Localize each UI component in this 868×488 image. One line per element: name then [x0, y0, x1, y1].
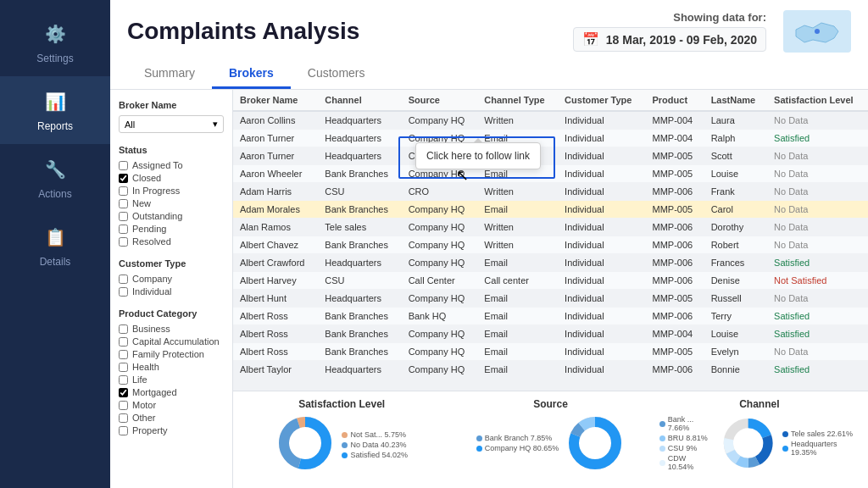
legend-dot-companyhq: [476, 446, 482, 452]
table-row[interactable]: Albert RossBank BranchesBank HQEmailIndi…: [233, 308, 868, 325]
table-cell: Aaron Collins: [233, 111, 318, 130]
table-cell: MMP-006: [646, 308, 704, 325]
table-row[interactable]: Adam MoralesBank BranchesCompany HQEmail…: [233, 201, 868, 219]
table-cell: Scott: [704, 147, 767, 165]
pc-life[interactable]: Life: [119, 374, 224, 385]
tabs: Summary Brokers Customers: [127, 59, 851, 89]
svg-point-11: [581, 430, 609, 457]
ct-company[interactable]: Company: [119, 274, 224, 284]
table-cell: Email: [477, 308, 558, 325]
table-cell: Written: [477, 111, 558, 130]
pc-property-checkbox[interactable]: [119, 426, 128, 435]
status-pending-checkbox[interactable]: [119, 225, 128, 234]
pc-family-checkbox[interactable]: [119, 350, 128, 359]
pc-other-checkbox[interactable]: [119, 413, 128, 423]
pc-mortgaged[interactable]: Mortgaged: [119, 387, 224, 397]
status-resolved-checkbox[interactable]: [119, 237, 128, 247]
table-row[interactable]: Aaron CollinsHeadquartersCompany HQWritt…: [233, 111, 868, 130]
table-cell: Bank Branches: [318, 201, 401, 219]
pc-life-checkbox[interactable]: [119, 375, 128, 385]
table-cell: Headquarters: [318, 111, 401, 130]
table-row[interactable]: Albert HarveyCSUCall CenterCall centerIn…: [233, 272, 868, 290]
table-cell: MMP-004: [646, 325, 704, 343]
pc-capital-checkbox[interactable]: [119, 337, 128, 347]
table-cell: Individual: [558, 272, 645, 290]
table-cell: Email: [477, 254, 558, 272]
table-cell: Albert Harvey: [233, 272, 318, 290]
tab-summary[interactable]: Summary: [127, 59, 212, 89]
status-resolved[interactable]: Resolved: [119, 236, 224, 247]
table-cell: No Data: [767, 219, 868, 236]
table-row[interactable]: Alan RamosTele salesCompany HQWrittenInd…: [233, 219, 868, 236]
table-row[interactable]: Albert CrawfordHeadquartersCompany HQEma…: [233, 254, 868, 272]
table-cell: Company HQ: [402, 236, 478, 254]
status-closed-checkbox[interactable]: [119, 174, 128, 183]
table-row[interactable]: Aaron TurnerHeadquartersCompany HQEmailI…: [233, 130, 868, 147]
status-pending[interactable]: Pending: [119, 224, 224, 234]
broker-name-select[interactable]: All ▾: [119, 115, 224, 133]
table-row[interactable]: Albert RossBank BranchesCompany HQEmailI…: [233, 343, 868, 361]
date-range[interactable]: 📅 18 Mar, 2019 - 09 Feb, 2020: [573, 27, 766, 52]
legend-dot-satisfied: [342, 452, 348, 458]
tab-customers[interactable]: Customers: [291, 59, 382, 89]
legend-csu: CSU 9%: [659, 444, 714, 452]
pc-health-checkbox[interactable]: [119, 363, 128, 372]
sidebar-item-details[interactable]: 📋 Details: [0, 212, 110, 280]
table-cell: Email: [477, 361, 558, 379]
ct-individual[interactable]: Individual: [119, 286, 224, 297]
ct-individual-checkbox[interactable]: [119, 287, 128, 297]
table-cell: MMP-006: [646, 254, 704, 272]
table-cell: Albert Crawford: [233, 254, 318, 272]
table-cell: Email: [477, 343, 558, 361]
sidebar-item-settings[interactable]: ⚙️ Settings: [0, 8, 110, 76]
status-outstanding-checkbox[interactable]: [119, 212, 128, 221]
tab-brokers[interactable]: Brokers: [212, 59, 291, 89]
pc-mortgaged-checkbox[interactable]: [119, 388, 128, 397]
sidebar-item-reports[interactable]: 📊 Reports: [0, 76, 110, 144]
product-category-label: Product Category: [119, 308, 224, 319]
table-wrapper[interactable]: Broker Name Channel Source Channel Type …: [233, 90, 868, 391]
table-row[interactable]: Albert HuntHeadquartersCompany HQEmailIn…: [233, 290, 868, 308]
table-cell: No Data: [767, 290, 868, 308]
pc-motor-checkbox[interactable]: [119, 401, 128, 410]
status-new[interactable]: New: [119, 198, 224, 208]
table-cell: Bank HQ: [402, 308, 478, 325]
table-row[interactable]: Aaron WheelerBank BranchesCompany HQEmai…: [233, 165, 868, 183]
table-cell: Headquarters: [318, 290, 401, 308]
table-cell: Robert: [704, 236, 767, 254]
table-row[interactable]: Albert RossBank BranchesCompany HQEmailI…: [233, 325, 868, 343]
pc-motor[interactable]: Motor: [119, 400, 224, 410]
table-cell: Bank Branches: [318, 236, 401, 254]
table-row[interactable]: Albert TaylorHeadquartersCompany HQEmail…: [233, 361, 868, 379]
table-cell: Written: [477, 183, 558, 201]
status-assigned-checkbox[interactable]: [119, 161, 128, 170]
pc-other[interactable]: Other: [119, 413, 224, 423]
table-row[interactable]: Adam HarrisCSUCROWrittenIndividualMMP-00…: [233, 183, 868, 201]
status-new-checkbox[interactable]: [119, 199, 128, 208]
pc-capital[interactable]: Capital Accumulation: [119, 336, 224, 347]
table-cell: Bonnie: [704, 361, 767, 379]
status-inprogress[interactable]: In Progress: [119, 186, 224, 196]
table-cell: Call Center: [402, 272, 478, 290]
pc-property[interactable]: Property: [119, 425, 224, 435]
table-cell: Albert Hunt: [233, 290, 318, 308]
table-cell: MMP-005: [646, 165, 704, 183]
status-inprogress-checkbox[interactable]: [119, 186, 128, 196]
ct-company-checkbox[interactable]: [119, 274, 128, 284]
table-cell: MMP-006: [646, 236, 704, 254]
sidebar-item-actions[interactable]: 🔧 Actions: [0, 144, 110, 212]
pc-health[interactable]: Health: [119, 362, 224, 372]
table-cell: No Data: [767, 183, 868, 201]
status-assigned[interactable]: Assigned To: [119, 160, 224, 170]
header-top: Complaints Analysis Showing data for: 📅 …: [127, 10, 851, 53]
legend-dot-notsatisfied: [342, 432, 348, 438]
table-cell: Carol: [704, 201, 767, 219]
pc-business[interactable]: Business: [119, 324, 224, 334]
status-outstanding[interactable]: Outstanding: [119, 211, 224, 221]
pc-business-checkbox[interactable]: [119, 324, 128, 334]
pc-family[interactable]: Family Protection: [119, 349, 224, 359]
table-row[interactable]: Albert ChavezBank BranchesCompany HQWrit…: [233, 236, 868, 254]
tooltip-text: Click here to follow link: [426, 150, 530, 162]
table-row[interactable]: Aaron TurnerHeadquartersCompany HQEmailI…: [233, 147, 868, 165]
status-closed[interactable]: Closed: [119, 173, 224, 183]
